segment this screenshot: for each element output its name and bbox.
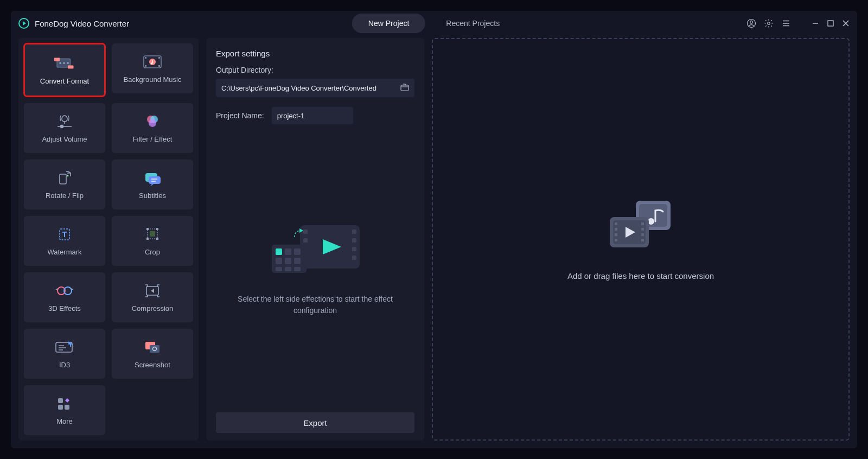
effect-placeholder-icon bbox=[261, 215, 369, 280]
svg-rect-33 bbox=[149, 176, 161, 184]
background-music-icon bbox=[142, 54, 163, 70]
menu-icon[interactable] bbox=[781, 18, 791, 28]
svg-rect-43 bbox=[156, 238, 158, 240]
watermark-icon: T bbox=[54, 226, 75, 243]
svg-rect-89 bbox=[641, 228, 644, 231]
svg-point-14 bbox=[63, 62, 65, 63]
tool-background-music[interactable]: Background Music bbox=[112, 43, 193, 93]
tool-rotate-flip[interactable]: Rotate / Flip bbox=[24, 160, 105, 209]
svg-rect-42 bbox=[146, 238, 149, 240]
compression-icon bbox=[142, 283, 163, 299]
screenshot-icon bbox=[142, 339, 163, 355]
svg-rect-59 bbox=[65, 405, 69, 410]
tool-label: ID3 bbox=[59, 361, 70, 369]
tool-id3[interactable]: ID3 bbox=[24, 329, 105, 379]
svg-rect-76 bbox=[285, 267, 291, 271]
svg-point-26 bbox=[61, 125, 63, 127]
project-name-label: Project Name: bbox=[216, 111, 264, 120]
tool-label: Background Music bbox=[124, 75, 182, 84]
tools-grid: Convert Format Background Music bbox=[24, 43, 193, 435]
more-icon bbox=[54, 396, 75, 412]
svg-rect-86 bbox=[615, 233, 617, 236]
svg-rect-60 bbox=[401, 85, 409, 91]
tab-new-project[interactable]: New Project bbox=[352, 14, 425, 33]
tool-label: Screenshot bbox=[135, 361, 170, 369]
svg-point-29 bbox=[149, 119, 156, 127]
project-name-input[interactable] bbox=[272, 107, 353, 124]
svg-text:T: T bbox=[62, 230, 67, 239]
svg-rect-57 bbox=[58, 398, 63, 403]
tool-label: Convert Format bbox=[40, 77, 89, 85]
svg-point-13 bbox=[59, 62, 61, 63]
svg-rect-30 bbox=[60, 174, 66, 184]
svg-rect-85 bbox=[615, 228, 617, 231]
svg-rect-20 bbox=[145, 65, 146, 67]
adjust-volume-icon bbox=[54, 113, 75, 130]
svg-point-3 bbox=[768, 22, 770, 25]
svg-rect-21 bbox=[158, 57, 160, 59]
svg-rect-66 bbox=[352, 247, 356, 251]
project-tabs: New Project Recent Projects bbox=[352, 14, 516, 33]
tools-panel: Convert Format Background Music bbox=[18, 38, 199, 441]
tab-recent-projects[interactable]: Recent Projects bbox=[430, 14, 516, 33]
output-directory-field[interactable]: C:\Users\pc\FoneDog Video Converter\Conv… bbox=[216, 79, 414, 97]
rotate-flip-icon bbox=[54, 170, 75, 186]
svg-rect-90 bbox=[641, 233, 644, 236]
svg-rect-72 bbox=[276, 258, 282, 264]
app-title: FoneDog Video Converter bbox=[35, 19, 129, 28]
svg-rect-17 bbox=[68, 65, 73, 68]
tool-screenshot[interactable]: Screenshot bbox=[112, 329, 193, 379]
svg-rect-63 bbox=[303, 238, 308, 243]
svg-rect-67 bbox=[352, 256, 356, 260]
tool-more[interactable]: More bbox=[24, 385, 105, 435]
convert-format-icon bbox=[54, 55, 75, 72]
maximize-icon[interactable] bbox=[827, 20, 834, 27]
browse-folder-icon[interactable] bbox=[400, 84, 409, 93]
tool-subtitles[interactable]: Subtitles bbox=[112, 160, 193, 209]
svg-rect-78 bbox=[276, 248, 282, 255]
effect-hint-text: Select the left side effections to start… bbox=[228, 294, 402, 316]
project-name-row: Project Name: bbox=[216, 107, 414, 124]
output-directory-label: Output Directory: bbox=[216, 66, 414, 74]
tool-3d-effects[interactable]: 3D Effects bbox=[24, 272, 105, 322]
svg-point-24 bbox=[151, 62, 152, 64]
minimize-icon[interactable] bbox=[812, 20, 819, 27]
svg-rect-71 bbox=[294, 248, 301, 255]
drop-files-icon bbox=[605, 199, 676, 253]
export-button[interactable]: Export bbox=[216, 412, 414, 433]
tool-adjust-volume[interactable]: Adjust Volume bbox=[24, 103, 105, 153]
tool-label: Watermark bbox=[47, 248, 81, 256]
tool-watermark[interactable]: T Watermark bbox=[24, 216, 105, 266]
drop-zone[interactable]: Add or drag files here to start conversi… bbox=[432, 38, 850, 441]
svg-rect-16 bbox=[54, 58, 60, 61]
svg-point-15 bbox=[67, 62, 68, 63]
svg-rect-62 bbox=[303, 229, 308, 234]
svg-rect-19 bbox=[145, 57, 146, 59]
export-settings-title: Export settings bbox=[216, 49, 414, 58]
svg-rect-87 bbox=[615, 239, 617, 241]
svg-rect-22 bbox=[158, 65, 160, 67]
output-directory-value: C:\Users\pc\FoneDog Video Converter\Conv… bbox=[221, 84, 376, 92]
tool-crop[interactable]: Crop bbox=[112, 216, 193, 266]
tool-convert-format[interactable]: Convert Format bbox=[24, 43, 105, 97]
svg-rect-65 bbox=[352, 238, 356, 243]
svg-rect-70 bbox=[285, 248, 291, 255]
settings-icon[interactable] bbox=[764, 18, 774, 28]
tool-label: 3D Effects bbox=[48, 304, 81, 313]
svg-rect-55 bbox=[150, 345, 159, 353]
tool-label: Filter / Effect bbox=[133, 135, 173, 143]
window-controls bbox=[746, 18, 850, 28]
svg-rect-58 bbox=[58, 405, 63, 410]
tool-label: More bbox=[56, 417, 73, 425]
titlebar: FoneDog Video Converter New Project Rece… bbox=[11, 11, 857, 36]
svg-rect-77 bbox=[294, 267, 301, 271]
account-icon[interactable] bbox=[746, 18, 756, 28]
app-logo-icon bbox=[18, 18, 29, 29]
tool-filter-effect[interactable]: Filter / Effect bbox=[112, 103, 193, 153]
close-icon[interactable] bbox=[842, 20, 850, 27]
tool-label: Adjust Volume bbox=[42, 135, 87, 143]
svg-rect-8 bbox=[828, 21, 833, 26]
subtitles-icon bbox=[142, 170, 163, 186]
svg-rect-88 bbox=[641, 222, 644, 225]
tool-compression[interactable]: Compression bbox=[112, 272, 193, 322]
